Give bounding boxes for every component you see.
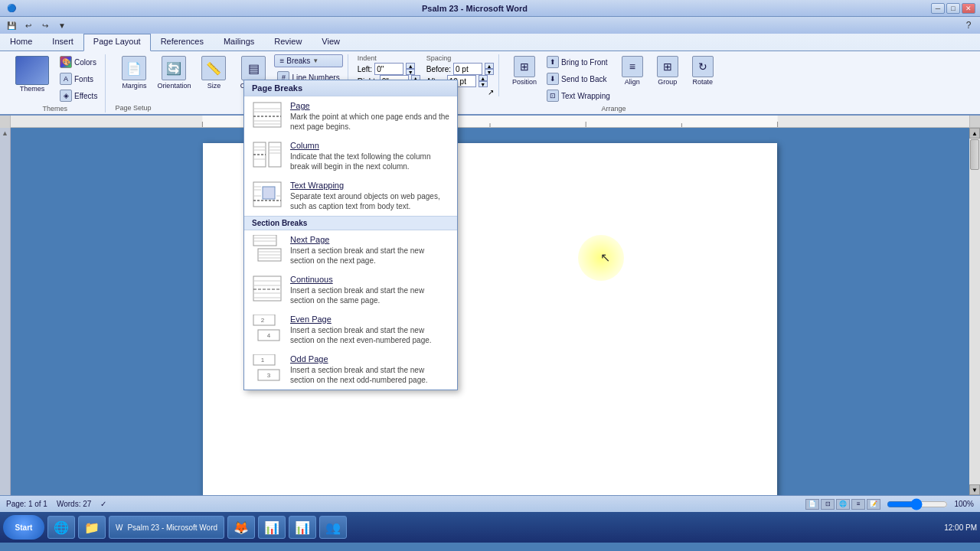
full-screen-view[interactable]: ⊡ <box>821 499 835 510</box>
web-layout-view[interactable]: 🌐 <box>836 499 850 510</box>
continuous-break-item[interactable]: Continuous Insert a section break and st… <box>244 270 457 310</box>
bring-front-icon: ⬆ <box>547 56 559 68</box>
indent-left-spinner[interactable]: ▲ ▼ <box>406 63 415 75</box>
qat-dropdown-button[interactable]: ▼ <box>55 18 69 32</box>
themes-group-label: Themes <box>42 105 67 112</box>
colors-button[interactable]: 🎨 Colors <box>57 54 100 70</box>
next-page-break-desc: Insert a section break and start the new… <box>290 246 449 266</box>
indent-left-up[interactable]: ▲ <box>406 63 415 69</box>
paragraph-expand-icon[interactable]: ↗ <box>488 88 494 96</box>
continuous-break-desc: Insert a section break and start the new… <box>290 285 449 305</box>
spacing-before-spinner[interactable]: ▲ ▼ <box>485 63 494 75</box>
spacing-before-down[interactable]: ▼ <box>485 69 494 75</box>
word-icon: 🔵 <box>5 2 18 15</box>
tab-view[interactable]: View <box>312 34 350 51</box>
taskbar-explorer-button[interactable]: 📁 <box>78 516 106 539</box>
even-page-break-desc: Insert a section break and start the new… <box>290 325 449 345</box>
even-page-break-icon: 2 4 <box>252 315 283 342</box>
breaks-button[interactable]: ≡ Breaks ▼ <box>274 54 342 67</box>
scroll-track <box>969 139 980 484</box>
even-page-break-text: Even Page Insert a section break and sta… <box>290 315 449 345</box>
page-break-item[interactable]: Page Mark the point at which one page en… <box>244 96 457 136</box>
taskbar-ie-button[interactable]: 🌐 <box>47 516 75 539</box>
status-right: 📄 ⊡ 🌐 ≡ 📝 100% <box>805 499 974 510</box>
tab-insert[interactable]: Insert <box>42 34 83 51</box>
margins-button[interactable]: 📄 Margins <box>115 54 153 99</box>
tab-page-layout[interactable]: Page Layout <box>83 34 151 51</box>
themes-button[interactable]: Themes <box>9 54 55 94</box>
ruler-area <box>0 116 980 128</box>
text-wrapping-break-desc: Separate text around objects on web page… <box>290 191 449 211</box>
save-button[interactable]: 💾 <box>5 18 18 32</box>
undo-button[interactable]: ↩ <box>21 18 35 32</box>
position-button[interactable]: ⊞ Position <box>508 54 541 87</box>
scroll-thumb[interactable] <box>970 139 979 170</box>
rotate-button[interactable]: ↻ Rotate <box>687 54 719 87</box>
window-controls[interactable]: ─ □ ✕ <box>931 3 975 14</box>
window-title: Psalm 23 - Microsoft Word <box>18 4 931 13</box>
spacing-label: Spacing <box>426 54 494 62</box>
redo-button[interactable]: ↪ <box>38 18 52 32</box>
orientation-button[interactable]: 🔄 Orientation <box>155 54 193 99</box>
send-to-back-button[interactable]: ⬇ Send to Back <box>544 71 613 86</box>
draft-view[interactable]: 📝 <box>867 499 880 510</box>
theme-sub-buttons: 🎨 Colors A Fonts ◈ Effects <box>57 54 100 103</box>
tab-review[interactable]: Review <box>264 34 312 51</box>
vertical-scrollbar[interactable]: ▲ ▼ <box>969 128 980 495</box>
ruler-corner[interactable] <box>0 116 11 128</box>
page-nav-icon[interactable]: ▲ <box>0 128 10 137</box>
taskbar-firefox-button[interactable]: 🦊 <box>227 516 255 539</box>
text-wrapping-button[interactable]: ⊡ Text Wrapping <box>544 88 613 103</box>
ruler <box>11 116 969 127</box>
even-page-break-item[interactable]: 2 4 Even Page Insert a section break and… <box>244 310 457 350</box>
zoom-slider[interactable] <box>887 500 948 508</box>
indent-left-label: Left: <box>358 65 372 73</box>
column-break-icon <box>252 141 283 168</box>
scroll-down-button[interactable]: ▼ <box>969 484 980 495</box>
indent-left-input[interactable] <box>374 63 403 75</box>
tab-mailings[interactable]: Mailings <box>214 34 264 51</box>
bring-to-front-button[interactable]: ⬆ Bring to Front <box>544 54 613 70</box>
column-break-item[interactable]: Column Indicate that the text following … <box>244 136 457 176</box>
svg-text:1: 1 <box>261 357 265 364</box>
next-page-break-title: Next Page <box>290 235 449 244</box>
align-button[interactable]: ≡ Align <box>616 54 648 87</box>
taskbar-extra-button[interactable]: 👥 <box>319 516 347 539</box>
group-button[interactable]: ⊞ Group <box>652 54 684 87</box>
size-button[interactable]: 📏 Size <box>194 54 233 99</box>
spacing-before-input[interactable] <box>453 63 482 75</box>
outline-view[interactable]: ≡ <box>851 499 865 510</box>
print-layout-view[interactable]: 📄 <box>805 499 819 510</box>
section-breaks-header: Section Breaks <box>244 216 457 230</box>
scroll-up-button[interactable]: ▲ <box>969 128 980 139</box>
svg-rect-25 <box>263 187 275 199</box>
close-button[interactable]: ✕ <box>962 3 975 14</box>
taskbar-powerpoint-button[interactable]: 📊 <box>289 516 316 539</box>
odd-page-break-icon: 1 3 <box>252 354 283 382</box>
fonts-button[interactable]: A Fonts <box>57 71 100 86</box>
title-bar: 🔵 Psalm 23 - Microsoft Word ─ □ ✕ <box>0 0 980 17</box>
text-wrapping-break-item[interactable]: Text Wrapping Separate text around objec… <box>244 176 457 216</box>
effects-button[interactable]: ◈ Effects <box>57 88 100 103</box>
colors-icon: 🎨 <box>60 56 72 68</box>
next-page-break-item[interactable]: Next Page Insert a section break and sta… <box>244 230 457 270</box>
tab-home[interactable]: Home <box>0 34 42 51</box>
odd-page-break-desc: Insert a section break and start the new… <box>290 365 449 385</box>
taskbar-word-app[interactable]: W Psalm 23 - Microsoft Word <box>109 516 224 539</box>
spacing-after-spinner[interactable]: ▲ ▼ <box>479 75 488 87</box>
help-button[interactable]: ? <box>962 18 975 32</box>
spacing-after-up[interactable]: ▲ <box>479 75 488 81</box>
maximize-button[interactable]: □ <box>946 3 960 14</box>
spacing-before-up[interactable]: ▲ <box>485 63 494 69</box>
indent-left-down[interactable]: ▼ <box>406 69 415 75</box>
arrange-sub-buttons: ⬆ Bring to Front ⬇ Send to Back ⊡ Text W… <box>544 54 613 103</box>
taskbar-excel-button[interactable]: 📊 <box>258 516 286 539</box>
spacing-after-down[interactable]: ▼ <box>479 81 488 87</box>
start-button[interactable]: Start <box>3 515 44 540</box>
spacing-before-row: Before: ▲ ▼ <box>426 63 494 75</box>
minimize-button[interactable]: ─ <box>931 3 945 14</box>
status-bar: Page: 1 of 1 Words: 27 ✓ 📄 ⊡ 🌐 ≡ 📝 100% <box>0 495 980 512</box>
tab-references[interactable]: References <box>151 34 214 51</box>
odd-page-break-item[interactable]: 1 3 Odd Page Insert a section break and … <box>244 350 457 390</box>
breaks-dropdown-menu: Page Breaks Page Mark the point at which… <box>243 80 458 390</box>
